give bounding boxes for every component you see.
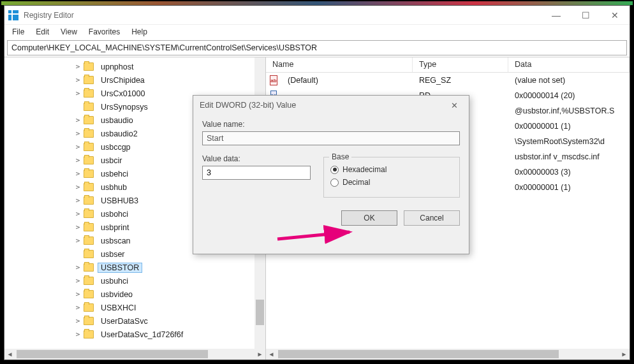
titlebar: Registry Editor — ☐ ✕ bbox=[4, 6, 630, 25]
expand-icon[interactable]: > bbox=[73, 317, 82, 325]
tree-node-label: UrsCx01000 bbox=[98, 89, 148, 98]
tree-node[interactable]: >UserDataSvc_1d726f6f bbox=[4, 328, 265, 341]
expand-icon[interactable]: > bbox=[73, 170, 82, 178]
values-scroll-thumb-h[interactable] bbox=[278, 350, 559, 358]
value-data-input[interactable] bbox=[202, 166, 311, 180]
expand-icon[interactable]: > bbox=[73, 277, 82, 285]
radio-hexadecimal[interactable]: Hexadecimal bbox=[330, 165, 453, 174]
expand-icon[interactable]: > bbox=[73, 129, 82, 138]
dialog-close-button[interactable]: ✕ bbox=[446, 101, 462, 110]
value-data: (value not set) bbox=[508, 76, 630, 85]
expand-icon[interactable]: > bbox=[73, 303, 82, 312]
expand-icon[interactable]: > bbox=[73, 183, 82, 191]
cancel-button[interactable]: Cancel bbox=[404, 210, 460, 226]
radio-dec-label: Decimal bbox=[343, 178, 370, 187]
values-scrollbar-horizontal[interactable]: ◄ ► bbox=[266, 349, 630, 360]
address-text: Computer\HKEY_LOCAL_MACHINE\SYSTEM\Curre… bbox=[11, 43, 317, 52]
value-type: REG_SZ bbox=[413, 76, 508, 85]
scroll-left-icon[interactable]: ◄ bbox=[266, 349, 277, 360]
expand-icon[interactable]: > bbox=[73, 76, 82, 84]
values-header: Name Type Data bbox=[266, 57, 630, 73]
col-header-type[interactable]: Type bbox=[413, 57, 508, 72]
tree-node[interactable]: >UrsChipidea bbox=[4, 73, 265, 87]
tree-node[interactable]: >UserDataSvc bbox=[4, 314, 265, 328]
folder-icon bbox=[84, 330, 94, 339]
value-data: \SystemRoot\System32\d bbox=[508, 137, 630, 146]
expand-icon[interactable]: > bbox=[73, 156, 82, 164]
scroll-left-icon[interactable]: ◄ bbox=[4, 349, 15, 360]
value-data: 0x00000001 (1) bbox=[508, 183, 630, 192]
expand-icon[interactable]: > bbox=[73, 263, 82, 272]
folder-icon bbox=[84, 156, 94, 164]
tree-node-label: USBSTOR bbox=[98, 263, 142, 273]
tree-node-label: usbcir bbox=[98, 156, 125, 165]
tree-node[interactable]: >USBXHCI bbox=[4, 301, 265, 314]
menu-file[interactable]: File bbox=[7, 26, 29, 38]
folder-icon bbox=[84, 263, 94, 272]
app-icon bbox=[8, 10, 18, 20]
tree-node-label: usbaudio bbox=[98, 116, 136, 125]
expand-icon[interactable]: > bbox=[73, 237, 82, 245]
tree-node[interactable]: >usbuhci bbox=[4, 274, 265, 288]
expand-icon[interactable]: > bbox=[73, 223, 82, 231]
scroll-right-icon[interactable]: ► bbox=[619, 349, 630, 360]
ok-button[interactable]: OK bbox=[341, 210, 397, 226]
tree-node-label: usbehci bbox=[98, 170, 131, 178]
menu-bar: File Edit View Favorites Help bbox=[4, 25, 630, 39]
menu-view[interactable]: View bbox=[55, 26, 82, 38]
value-data: @usbstor.inf,%USBSTOR.S bbox=[508, 106, 630, 115]
dialog-titlebar: Edit DWORD (32-bit) Value ✕ bbox=[193, 96, 469, 115]
tree-scroll-thumb-v[interactable] bbox=[256, 300, 264, 325]
tree-node-label: usbscan bbox=[98, 237, 134, 245]
col-header-name[interactable]: Name bbox=[266, 57, 413, 72]
value-data: 0x00000003 (3) bbox=[508, 168, 630, 177]
expand-icon[interactable]: > bbox=[73, 143, 82, 151]
tree-node-label: UserDataSvc_1d726f6f bbox=[98, 330, 186, 339]
tree-node[interactable]: >upnphost bbox=[4, 60, 265, 73]
close-button[interactable]: ✕ bbox=[600, 6, 630, 25]
address-bar[interactable]: Computer\HKEY_LOCAL_MACHINE\SYSTEM\Curre… bbox=[7, 40, 627, 55]
menu-help[interactable]: Help bbox=[126, 26, 152, 38]
tree-node-label: UserDataSvc bbox=[98, 317, 151, 326]
col-header-data[interactable]: Data bbox=[508, 57, 630, 72]
base-group: Base Hexadecimal Decimal bbox=[323, 157, 460, 198]
menu-favorites[interactable]: Favorites bbox=[84, 26, 125, 38]
folder-icon bbox=[84, 76, 94, 84]
tree-node-label: usbhub bbox=[98, 183, 130, 192]
expand-icon[interactable]: > bbox=[73, 116, 82, 124]
folder-icon bbox=[84, 303, 94, 312]
expand-icon[interactable]: > bbox=[73, 330, 82, 339]
expand-icon[interactable]: > bbox=[73, 89, 82, 98]
menu-edit[interactable]: Edit bbox=[31, 26, 54, 38]
maximize-button[interactable]: ☐ bbox=[571, 6, 600, 25]
radio-decimal[interactable]: Decimal bbox=[330, 178, 453, 187]
value-type-icon: ab bbox=[270, 75, 277, 85]
base-legend: Base bbox=[329, 152, 351, 161]
tree-node-label: usbvideo bbox=[98, 290, 136, 299]
tree-node-label: UrsSynopsys bbox=[98, 103, 151, 112]
tree-node-label: upnphost bbox=[98, 62, 136, 71]
value-data-label: Value data: bbox=[202, 154, 311, 163]
value-row[interactable]: ab(Default)REG_SZ(value not set) bbox=[266, 73, 630, 88]
tree-scroll-thumb-h[interactable] bbox=[17, 350, 208, 358]
radio-hex-label: Hexadecimal bbox=[343, 165, 387, 174]
folder-icon bbox=[84, 89, 94, 98]
expand-icon[interactable]: > bbox=[73, 196, 82, 205]
folder-icon bbox=[84, 223, 94, 231]
tree-node[interactable]: >USBSTOR bbox=[4, 261, 265, 274]
folder-icon bbox=[84, 62, 94, 71]
minimize-button[interactable]: — bbox=[542, 6, 571, 25]
tree-node[interactable]: >usbvideo bbox=[4, 288, 265, 301]
tree-node-label: usbccgp bbox=[98, 143, 134, 152]
expand-icon[interactable]: > bbox=[73, 290, 82, 298]
tree-node-label: UrsChipidea bbox=[98, 76, 148, 85]
scroll-right-icon[interactable]: ► bbox=[254, 349, 265, 360]
value-name-input[interactable] bbox=[202, 131, 460, 145]
value-data: usbstor.inf v_mscdsc.inf bbox=[508, 152, 630, 161]
tree-node-label: usbprint bbox=[98, 223, 132, 232]
value-name-label: Value name: bbox=[202, 120, 460, 129]
expand-icon[interactable]: > bbox=[73, 210, 82, 218]
tree-scrollbar-horizontal[interactable]: ◄ ► bbox=[4, 349, 265, 360]
expand-icon[interactable]: > bbox=[73, 62, 82, 71]
tree-node-label: USBHUB3 bbox=[98, 196, 142, 205]
